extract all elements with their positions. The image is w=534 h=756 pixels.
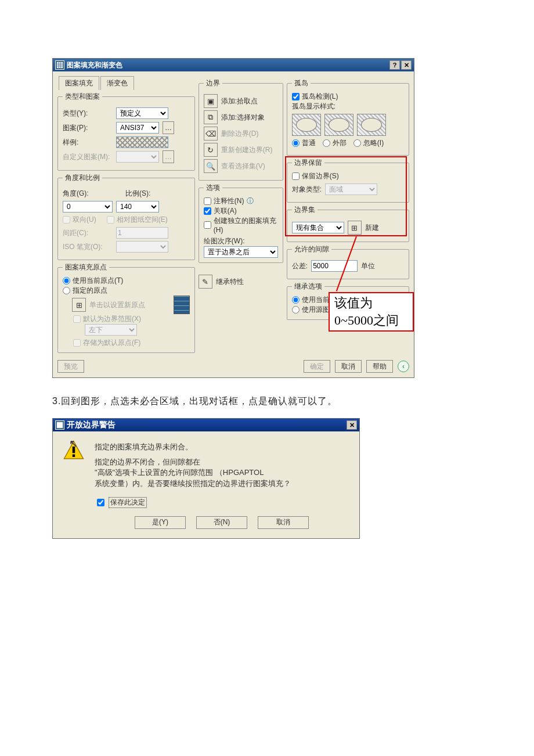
islands-group: 孤岛 孤岛检测(L) 孤岛显示样式: 普通 外部 忽略(I): [287, 78, 409, 156]
retain-checkbox[interactable]: [292, 172, 300, 180]
boundary-set-group: 边界集 现有集合 ⊞ 新建: [287, 205, 409, 242]
island-ignore-label: 忽略(I): [363, 138, 384, 148]
no-button[interactable]: 否(N): [196, 516, 247, 529]
island-detect-checkbox[interactable]: [292, 93, 300, 100]
set-origin-button: ⊞: [72, 298, 86, 312]
warning-cancel-button[interactable]: 取消: [258, 516, 309, 529]
recreate-button: ↻: [204, 143, 218, 157]
bset-new-icon[interactable]: ⊞: [348, 221, 362, 235]
draworder-label: 绘图次序(W):: [204, 237, 245, 245]
inherit-current-radio[interactable]: [292, 296, 300, 304]
draworder-select[interactable]: 置于边界之后: [204, 246, 278, 258]
recreate-label: 重新创建边界(R): [221, 145, 273, 155]
boundary-retain-group: 边界保留 保留边界(S) 对象类型: 面域: [287, 158, 409, 203]
sample-label: 样例:: [63, 138, 113, 147]
tol-input[interactable]: [311, 260, 358, 272]
delbound-button: ⌫: [204, 127, 218, 141]
origin-preview-icon: [174, 296, 190, 314]
gap-legend: 允许的间隙: [292, 244, 331, 254]
origin-current-radio[interactable]: [63, 277, 70, 285]
inherit-button[interactable]: ✎: [199, 275, 212, 289]
annotative-label: 注释性(N): [214, 196, 244, 206]
spacing-input: [116, 227, 168, 239]
spacing-label: 间距(C):: [63, 228, 113, 238]
tab-hatch[interactable]: 图案填充: [59, 76, 99, 90]
store-default-checkbox: [73, 339, 81, 347]
double-label: 双向(U): [73, 215, 96, 225]
island-normal-radio[interactable]: [292, 139, 300, 147]
warning-title: 开放边界警告: [67, 420, 116, 430]
annotation-text: 该值为0~5000之间: [329, 292, 414, 332]
origin-specified-radio[interactable]: [63, 287, 70, 294]
tol-label: 公差:: [292, 261, 308, 271]
custom-pattern-label: 自定义图案(M):: [63, 152, 113, 162]
scale-select[interactable]: 140: [116, 201, 159, 213]
independent-checkbox[interactable]: [204, 221, 211, 229]
angle-scale-group: 角度和比例 角度(G): 比例(S): 0 140 双向(U) 相对图纸空间(E…: [57, 173, 195, 260]
dialog-title-bar: 图案填充和渐变色 ? ✕: [53, 59, 414, 71]
warning-msg-2c: 系统变量）内。是否要继续按照指定的边界进行图案填充？: [95, 479, 291, 488]
island-normal-label: 普通: [302, 138, 316, 148]
pattern-browse-button[interactable]: …: [163, 121, 174, 134]
boundary-retain-legend: 边界保留: [292, 158, 324, 168]
angle-label: 角度(G):: [63, 189, 113, 199]
viewsel-label: 查看选择集(V): [221, 161, 265, 171]
island-style-outer-icon[interactable]: [324, 114, 353, 136]
warning-msg-1: 指定的图案填充边界未闭合。: [95, 442, 349, 452]
close-icon[interactable]: ✕: [401, 60, 412, 70]
island-style-label: 孤岛显示样式:: [292, 102, 335, 110]
warning-msg-2a: 指定的边界不闭合，但间隙都在: [95, 458, 200, 466]
islands-legend: 孤岛: [292, 78, 311, 88]
cursor-icon: ↖: [69, 437, 78, 450]
tab-gradient[interactable]: 渐变色: [100, 76, 134, 90]
double-checkbox: [63, 216, 70, 224]
svg-rect-0: [57, 62, 63, 69]
default-ext-checkbox: [73, 315, 81, 323]
ok-button: 确定: [304, 360, 330, 373]
selectobj-label: 添加:选择对象: [221, 113, 265, 123]
type-pattern-group: 类型和图案 类型(Y): 预定义 图案(P): ANSI37 … 样例:: [57, 92, 195, 171]
angle-select[interactable]: 0: [63, 201, 113, 213]
yes-button[interactable]: 是(Y): [135, 516, 186, 529]
pattern-swatch[interactable]: [116, 136, 168, 148]
bset-select[interactable]: 现有集合: [292, 222, 344, 233]
island-outer-radio[interactable]: [323, 139, 330, 147]
expand-icon[interactable]: ‹: [398, 361, 409, 372]
help-icon[interactable]: ?: [389, 60, 400, 70]
relpaper-label: 相对图纸空间(E): [117, 215, 168, 225]
warning-msg-2b: "高级"选项卡上设置的允许间隙范围 （HPGAPTOL: [95, 468, 264, 477]
island-style-normal-icon[interactable]: [292, 114, 321, 136]
app-icon: [55, 60, 64, 70]
assoc-checkbox[interactable]: [204, 207, 211, 215]
tol-unit: 单位: [361, 261, 375, 271]
svg-rect-1: [57, 422, 63, 429]
pattern-select[interactable]: ANSI37: [116, 122, 159, 134]
island-ignore-radio[interactable]: [353, 139, 361, 147]
warning-close-icon[interactable]: ✕: [347, 420, 357, 430]
inherit-label: 继承特性: [216, 277, 244, 287]
pickpoints-label: 添加:拾取点: [221, 96, 258, 106]
delbound-label: 删除边界(D): [221, 129, 259, 139]
objtype-label: 对象类型:: [292, 185, 322, 195]
relpaper-checkbox: [107, 216, 114, 224]
gap-group: 允许的间隙 公差: 单位: [287, 244, 409, 279]
help-button[interactable]: 帮助: [366, 360, 393, 373]
pattern-label: 图案(P):: [63, 123, 113, 133]
instruction-text: 3.回到图形，点选未必合区域，出现对话框，点是确认就可以了。: [52, 395, 482, 408]
preview-button: 预览: [57, 360, 84, 373]
assoc-label: 关联(A): [214, 206, 237, 216]
cancel-button[interactable]: 取消: [335, 360, 362, 373]
save-decision-label: 保存此决定: [109, 497, 147, 508]
island-detect-label: 孤岛检测(L): [302, 92, 338, 102]
inherit-source-radio[interactable]: [292, 306, 300, 314]
save-decision-checkbox[interactable]: [97, 499, 104, 506]
options-group: 选项 注释性(N)ⓘ 关联(A) 创建独立的图案填充(H) 绘图次序(W): 置…: [199, 183, 283, 263]
island-style-ignore-icon[interactable]: [357, 114, 386, 136]
pickpoints-button[interactable]: ▣: [204, 94, 218, 108]
type-select[interactable]: 预定义: [116, 107, 168, 119]
boundary-group: 边界 ▣添加:拾取点 ⧉添加:选择对象 ⌫删除边界(D) ↻重新创建边界(R) …: [199, 78, 283, 181]
origin-pos-select: 左下: [85, 324, 137, 336]
origin-current-label: 使用当前原点(T): [73, 276, 123, 286]
annotative-checkbox[interactable]: [204, 197, 211, 205]
selectobj-button[interactable]: ⧉: [204, 110, 218, 124]
